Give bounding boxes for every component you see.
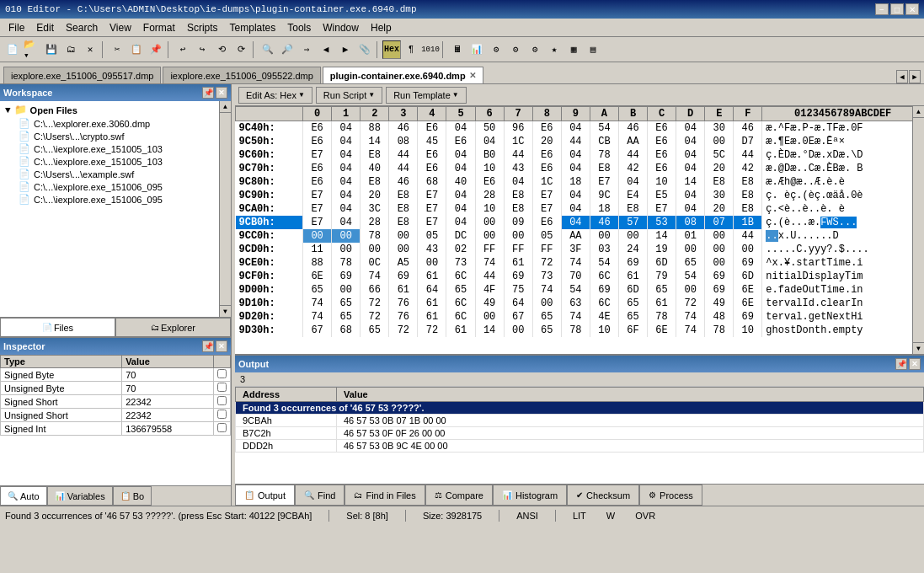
hex-byte-12-4[interactable]: 64 [418, 283, 446, 297]
fwd-button[interactable]: ▶ [336, 40, 355, 59]
tab-2[interactable]: plugin-container.exe.6940.dmp✕ [323, 67, 483, 83]
output-tab-process[interactable]: ⚙Process [639, 485, 702, 506]
hex-row-8[interactable]: 9CC0h:0000780005DC000005AA000014010044..… [236, 229, 924, 243]
hex-byte-6-6[interactable]: 10 [475, 202, 504, 216]
hex-byte-1-8[interactable]: 20 [532, 135, 561, 148]
tab-close-2[interactable]: ✕ [469, 71, 476, 80]
redo2-button[interactable]: ⟳ [232, 40, 250, 59]
hex-byte-11-6[interactable]: 44 [475, 270, 504, 283]
output-tab-compare[interactable]: ⚖Compare [425, 485, 493, 506]
hex-byte-7-7[interactable]: 09 [504, 216, 532, 229]
hex-byte-9-15[interactable]: 00 [734, 243, 762, 256]
hex-byte-6-5[interactable]: 04 [446, 202, 475, 216]
hex-byte-15-4[interactable]: 72 [418, 324, 446, 337]
bits-button[interactable]: 1010 [421, 40, 440, 59]
output-tab-checksum[interactable]: ✔Checksum [567, 485, 639, 506]
hex-byte-5-15[interactable]: E8 [734, 189, 762, 202]
hex-byte-8-3[interactable]: 00 [389, 229, 418, 243]
hex-byte-3-4[interactable]: E6 [418, 162, 446, 175]
ws-scroll-up[interactable]: ▲ [220, 101, 231, 113]
hex-byte-3-0[interactable]: E6 [303, 162, 332, 175]
hex-byte-5-12[interactable]: E5 [648, 189, 676, 202]
hex-byte-4-0[interactable]: E6 [303, 175, 332, 189]
hex-byte-7-8[interactable]: E6 [532, 216, 561, 229]
proc2-button[interactable]: ⚙ [506, 40, 525, 59]
hex-byte-7-15[interactable]: 1B [734, 216, 762, 229]
hex-byte-1-5[interactable]: E6 [446, 135, 475, 148]
hex-byte-13-6[interactable]: 49 [475, 297, 504, 310]
hex-byte-9-10[interactable]: 03 [590, 243, 618, 256]
hex-byte-0-0[interactable]: E6 [303, 121, 332, 136]
hex-row-1[interactable]: 9C50h:E604140845E6041C2044CBAAE60400D7æ.… [236, 135, 924, 148]
hex-byte-11-13[interactable]: 54 [676, 270, 705, 283]
hex-byte-5-3[interactable]: E8 [389, 189, 418, 202]
hex-byte-9-1[interactable]: 00 [332, 243, 361, 256]
hex-byte-12-1[interactable]: 00 [332, 283, 361, 297]
paste-button[interactable]: 📌 [147, 40, 165, 59]
menu-item-view[interactable]: View [104, 21, 136, 35]
output-tab-find-in-files[interactable]: 🗂Find in Files [344, 485, 425, 506]
inspector-check-4[interactable] [214, 422, 231, 436]
output-close[interactable]: ✕ [909, 358, 921, 370]
hex-byte-6-4[interactable]: E7 [418, 202, 446, 216]
hex-byte-10-15[interactable]: 69 [734, 256, 762, 270]
hex-byte-14-15[interactable]: 69 [734, 310, 762, 324]
save-button[interactable]: 💾 [42, 40, 61, 59]
edit-as-button[interactable]: Edit As: Hex ▼ [238, 87, 312, 104]
hex-byte-10-5[interactable]: 73 [446, 256, 475, 270]
hex-byte-15-5[interactable]: 61 [446, 324, 475, 337]
hex-byte-14-12[interactable]: 78 [648, 310, 676, 324]
inspector-tab-variables[interactable]: 📊Variables [47, 486, 113, 506]
hex-byte-3-12[interactable]: E6 [648, 162, 676, 175]
hex-byte-11-14[interactable]: 69 [705, 270, 734, 283]
hex-byte-2-0[interactable]: E7 [303, 148, 332, 162]
hex-byte-14-5[interactable]: 6C [446, 310, 475, 324]
hex-byte-3-5[interactable]: 04 [446, 162, 475, 175]
hex-byte-0-6[interactable]: 50 [475, 121, 504, 136]
hex-byte-14-10[interactable]: 4E [590, 310, 618, 324]
output-tab-histogram[interactable]: 📊Histogram [493, 485, 567, 506]
hex-row-3[interactable]: 9C70h:E6044044E6041043E604E842E6042042æ.… [236, 162, 924, 175]
hex-byte-1-7[interactable]: 1C [504, 135, 532, 148]
hex-byte-3-8[interactable]: E6 [532, 162, 561, 175]
hex-byte-3-1[interactable]: 04 [332, 162, 361, 175]
hex-byte-12-9[interactable]: 54 [561, 283, 590, 297]
hex-byte-0-8[interactable]: E6 [532, 121, 561, 136]
hex-byte-7-1[interactable]: 04 [332, 216, 361, 229]
hex-byte-1-4[interactable]: 45 [418, 135, 446, 148]
hex-byte-9-13[interactable]: 00 [676, 243, 705, 256]
hex-byte-13-8[interactable]: 00 [532, 297, 561, 310]
hex-byte-12-2[interactable]: 66 [361, 283, 389, 297]
hex-view[interactable]: 0123456789ABCDEF0123456789ABCDEF 9C40h:E… [235, 106, 924, 354]
hex-byte-7-12[interactable]: 53 [648, 216, 676, 229]
cut-button[interactable]: ✂ [108, 40, 126, 59]
hex-byte-10-3[interactable]: A5 [389, 256, 418, 270]
hex-byte-14-3[interactable]: 76 [389, 310, 418, 324]
hex-byte-9-7[interactable]: FF [504, 243, 532, 256]
proc6-button[interactable]: ▤ [584, 40, 602, 59]
hex-byte-5-0[interactable]: E7 [303, 189, 332, 202]
hex-byte-15-11[interactable]: 6F [618, 324, 647, 337]
hex-byte-11-8[interactable]: 73 [532, 270, 561, 283]
hex-row-4[interactable]: 9C80h:E604E8466840E6041C18E7041014E8E8æ.… [236, 175, 924, 189]
menu-item-tools[interactable]: Tools [282, 21, 316, 35]
hex-byte-7-5[interactable]: 04 [446, 216, 475, 229]
hex-byte-11-1[interactable]: 69 [332, 270, 361, 283]
proc3-button[interactable]: ⚙ [526, 40, 544, 59]
menu-item-edit[interactable]: Edit [31, 21, 59, 35]
hex-byte-0-9[interactable]: 04 [561, 121, 590, 136]
hex-byte-4-2[interactable]: E8 [361, 175, 389, 189]
hex-byte-5-7[interactable]: E8 [504, 189, 532, 202]
hex-byte-0-5[interactable]: 04 [446, 121, 475, 136]
hex-byte-14-8[interactable]: 65 [532, 310, 561, 324]
hex-byte-15-15[interactable]: 10 [734, 324, 762, 337]
clip-button[interactable]: 📎 [355, 40, 374, 59]
inspector-check-2[interactable] [214, 395, 231, 409]
hex-byte-7-2[interactable]: 28 [361, 216, 389, 229]
workspace-body[interactable]: ▼ 📁 Open Files 📄C:\...\explorer.exe.3060… [0, 101, 231, 317]
hex-byte-5-10[interactable]: 9C [590, 189, 618, 202]
hex-byte-10-12[interactable]: 6D [648, 256, 676, 270]
hex-byte-4-6[interactable]: E6 [475, 175, 504, 189]
hex-byte-13-3[interactable]: 76 [389, 297, 418, 310]
hex-byte-15-2[interactable]: 65 [361, 324, 389, 337]
